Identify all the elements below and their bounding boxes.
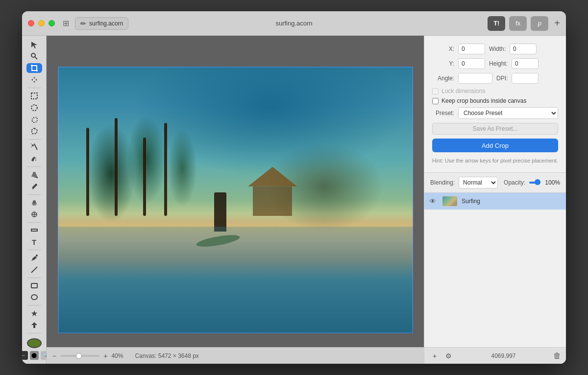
layer-item[interactable]: 👁 Surfing — [424, 193, 566, 210]
arrow-shape-tool[interactable] — [26, 320, 42, 330]
x-label: X: — [432, 46, 454, 52]
pen-tool[interactable] — [26, 253, 42, 263]
main-area: T — [22, 36, 566, 364]
sidebar-toggle[interactable]: ⊞ — [63, 19, 69, 28]
svg-point-11 — [32, 144, 34, 146]
svg-rect-28 — [31, 283, 37, 288]
zoom-minus-btn[interactable]: − — [52, 352, 56, 360]
crop-tool[interactable] — [26, 63, 42, 73]
svg-point-1 — [31, 53, 35, 57]
pencil-tool[interactable] — [26, 182, 42, 191]
add-crop-button[interactable]: Add Crop — [432, 139, 558, 152]
tool-separator-4 — [27, 194, 41, 195]
opacity-slider[interactable] — [529, 182, 540, 184]
color-tools: ↔ ⬤ 🔍 — [22, 351, 49, 360]
svg-line-14 — [31, 146, 32, 147]
opacity-thumb — [535, 179, 540, 185]
ellipse-select-tool[interactable] — [26, 103, 42, 113]
ellipse-shape-tool[interactable] — [26, 292, 42, 302]
dpi-input[interactable] — [512, 73, 539, 84]
move-tool[interactable] — [26, 75, 42, 85]
line-tool[interactable] — [26, 265, 42, 275]
svg-marker-30 — [31, 310, 37, 316]
height-label: Height: — [489, 60, 508, 67]
toolbar-right: T! fx p + — [488, 16, 560, 31]
lock-dimensions-label: Lock dimensions — [441, 88, 485, 94]
layer-settings-button[interactable]: ⚙ — [443, 351, 454, 361]
tab-label: surfing.acorn — [89, 20, 123, 27]
canvas-info: Canvas: 5472 × 3648 px — [135, 352, 198, 359]
effects-button[interactable]: fx — [509, 16, 527, 31]
canvas-area[interactable]: − + 40% Canvas: 5472 × 3648 px — [47, 36, 424, 364]
angle-label: Angle: — [432, 75, 454, 82]
magic-wand-tool[interactable] — [26, 142, 42, 152]
preset-select[interactable]: Choose Preset — [458, 107, 558, 119]
palm-3 — [143, 138, 146, 216]
tab-item[interactable]: ✏ surfing.acorn — [75, 17, 128, 30]
keep-crop-checkbox[interactable] — [432, 98, 439, 104]
smudge-tool[interactable] — [26, 198, 42, 208]
svg-point-29 — [31, 295, 37, 300]
tool-separator-1 — [27, 88, 41, 88]
flood-select-tool[interactable] — [26, 154, 42, 164]
svg-rect-7 — [31, 93, 37, 99]
foreground-color[interactable] — [27, 338, 42, 348]
height-input[interactable] — [512, 58, 539, 69]
tool-separator-3 — [27, 166, 41, 167]
zoom-slider[interactable] — [60, 355, 99, 357]
swap-colors-btn[interactable]: ↔ — [22, 351, 28, 360]
layer-visibility-icon[interactable]: 👁 — [429, 197, 438, 205]
shape-tool[interactable] — [26, 225, 42, 235]
lock-dims-row: Lock dimensions — [432, 88, 558, 94]
rect-select-tool[interactable] — [26, 91, 42, 101]
add-layer-button[interactable]: + — [429, 351, 440, 361]
text-tool-button[interactable]: T! — [488, 16, 505, 31]
svg-rect-18 — [32, 184, 37, 189]
zoom-plus-btn[interactable]: + — [103, 352, 107, 360]
properties-panel: X: Width: Y: Height: Angle: DPI: — [424, 36, 566, 173]
zoom-tool[interactable] — [26, 51, 42, 61]
hint-label: Hint: — [432, 158, 443, 164]
tool-separator-2 — [27, 139, 41, 140]
blending-mode-select[interactable]: Normal Multiply Screen Overlay — [459, 177, 498, 188]
lasso-tool[interactable] — [26, 115, 42, 124]
layers-footer: + ⚙ 4069,997 🗑 — [424, 347, 566, 364]
svg-point-26 — [36, 255, 38, 257]
svg-line-12 — [31, 143, 32, 144]
width-label: Width: — [489, 46, 506, 52]
maximize-button[interactable] — [49, 20, 55, 26]
minimize-button[interactable] — [38, 20, 45, 26]
lock-dimensions-checkbox[interactable] — [432, 88, 439, 94]
sharpen-tool[interactable] — [26, 210, 42, 219]
svg-marker-3 — [33, 77, 35, 78]
layer-name: Surfing — [462, 198, 561, 205]
add-tab-button[interactable]: + — [554, 18, 560, 29]
svg-point-15 — [35, 160, 36, 161]
titlebar: ⊞ ✏ surfing.acorn surfing.acorn T! fx p … — [22, 11, 566, 36]
save-preset-button[interactable]: Save As Preset... — [432, 123, 558, 135]
dpi-label: DPI: — [496, 75, 508, 82]
delete-layer-button[interactable]: 🗑 — [553, 352, 561, 360]
angle-dpi-row: Angle: DPI: — [432, 73, 558, 84]
width-input[interactable] — [510, 44, 537, 54]
y-label: Y: — [432, 60, 454, 67]
preset-row: Preset: Choose Preset — [432, 107, 558, 119]
plugin-button[interactable]: p — [531, 16, 548, 31]
tool-separator-6 — [27, 250, 41, 250]
opacity-label: Opacity: — [504, 179, 525, 186]
svg-marker-31 — [31, 322, 37, 328]
angle-input[interactable] — [458, 73, 492, 84]
polygon-lasso-tool[interactable] — [26, 126, 42, 136]
star-tool[interactable] — [26, 308, 42, 318]
x-input[interactable] — [458, 44, 485, 54]
arrow-tool[interactable] — [26, 40, 42, 49]
tool-sidebar: T — [22, 36, 47, 364]
y-input[interactable] — [458, 58, 485, 69]
svg-line-2 — [35, 57, 37, 59]
color-picker-btn[interactable]: ⬤ — [30, 351, 39, 360]
paint-bucket-tool[interactable] — [26, 170, 42, 180]
palm-1 — [86, 128, 89, 216]
text-tool[interactable]: T — [26, 237, 42, 247]
rect-shape-tool[interactable] — [26, 281, 42, 290]
close-button[interactable] — [28, 20, 34, 26]
